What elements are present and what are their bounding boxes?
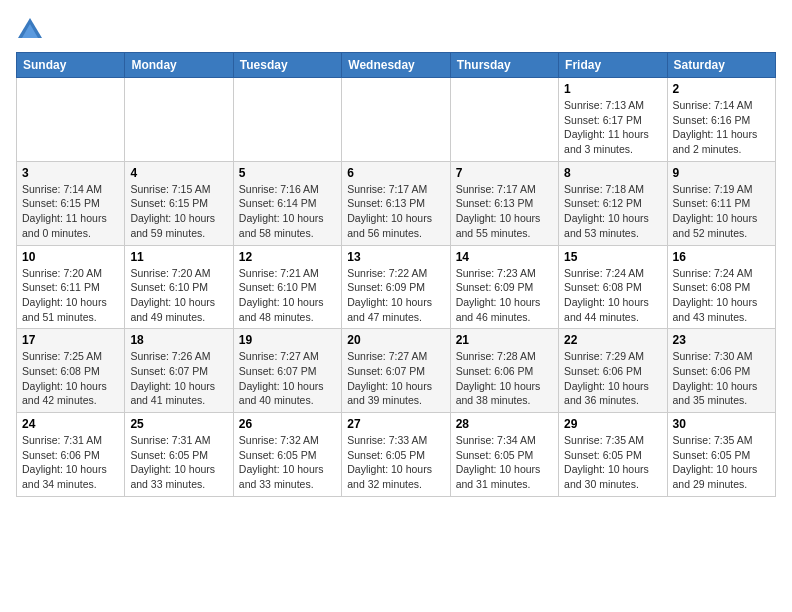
day-header-thursday: Thursday — [450, 53, 558, 78]
day-info: Sunrise: 7:31 AM Sunset: 6:06 PM Dayligh… — [22, 433, 119, 492]
day-number: 30 — [673, 417, 770, 431]
day-info: Sunrise: 7:22 AM Sunset: 6:09 PM Dayligh… — [347, 266, 444, 325]
day-info: Sunrise: 7:14 AM Sunset: 6:16 PM Dayligh… — [673, 98, 770, 157]
day-number: 2 — [673, 82, 770, 96]
calendar-table: SundayMondayTuesdayWednesdayThursdayFrid… — [16, 52, 776, 497]
day-number: 27 — [347, 417, 444, 431]
day-number: 18 — [130, 333, 227, 347]
day-number: 6 — [347, 166, 444, 180]
calendar-cell: 18Sunrise: 7:26 AM Sunset: 6:07 PM Dayli… — [125, 329, 233, 413]
day-info: Sunrise: 7:24 AM Sunset: 6:08 PM Dayligh… — [564, 266, 661, 325]
calendar-cell — [342, 78, 450, 162]
calendar-cell: 5Sunrise: 7:16 AM Sunset: 6:14 PM Daylig… — [233, 161, 341, 245]
day-number: 9 — [673, 166, 770, 180]
day-number: 16 — [673, 250, 770, 264]
day-number: 10 — [22, 250, 119, 264]
page-header — [16, 16, 776, 44]
calendar-cell: 11Sunrise: 7:20 AM Sunset: 6:10 PM Dayli… — [125, 245, 233, 329]
calendar-cell: 12Sunrise: 7:21 AM Sunset: 6:10 PM Dayli… — [233, 245, 341, 329]
day-info: Sunrise: 7:27 AM Sunset: 6:07 PM Dayligh… — [347, 349, 444, 408]
day-info: Sunrise: 7:19 AM Sunset: 6:11 PM Dayligh… — [673, 182, 770, 241]
calendar-cell: 2Sunrise: 7:14 AM Sunset: 6:16 PM Daylig… — [667, 78, 775, 162]
day-header-tuesday: Tuesday — [233, 53, 341, 78]
day-info: Sunrise: 7:25 AM Sunset: 6:08 PM Dayligh… — [22, 349, 119, 408]
day-info: Sunrise: 7:34 AM Sunset: 6:05 PM Dayligh… — [456, 433, 553, 492]
day-number: 3 — [22, 166, 119, 180]
day-number: 28 — [456, 417, 553, 431]
calendar-cell: 4Sunrise: 7:15 AM Sunset: 6:15 PM Daylig… — [125, 161, 233, 245]
day-header-saturday: Saturday — [667, 53, 775, 78]
day-number: 19 — [239, 333, 336, 347]
calendar-week-3: 10Sunrise: 7:20 AM Sunset: 6:11 PM Dayli… — [17, 245, 776, 329]
day-info: Sunrise: 7:15 AM Sunset: 6:15 PM Dayligh… — [130, 182, 227, 241]
day-number: 25 — [130, 417, 227, 431]
day-info: Sunrise: 7:30 AM Sunset: 6:06 PM Dayligh… — [673, 349, 770, 408]
day-info: Sunrise: 7:35 AM Sunset: 6:05 PM Dayligh… — [673, 433, 770, 492]
calendar-cell: 6Sunrise: 7:17 AM Sunset: 6:13 PM Daylig… — [342, 161, 450, 245]
day-number: 17 — [22, 333, 119, 347]
calendar-cell: 23Sunrise: 7:30 AM Sunset: 6:06 PM Dayli… — [667, 329, 775, 413]
calendar-cell: 26Sunrise: 7:32 AM Sunset: 6:05 PM Dayli… — [233, 413, 341, 497]
logo-icon — [16, 16, 44, 44]
calendar-week-5: 24Sunrise: 7:31 AM Sunset: 6:06 PM Dayli… — [17, 413, 776, 497]
calendar-cell: 8Sunrise: 7:18 AM Sunset: 6:12 PM Daylig… — [559, 161, 667, 245]
day-info: Sunrise: 7:20 AM Sunset: 6:10 PM Dayligh… — [130, 266, 227, 325]
day-header-sunday: Sunday — [17, 53, 125, 78]
day-info: Sunrise: 7:17 AM Sunset: 6:13 PM Dayligh… — [347, 182, 444, 241]
calendar-cell — [450, 78, 558, 162]
day-info: Sunrise: 7:24 AM Sunset: 6:08 PM Dayligh… — [673, 266, 770, 325]
day-info: Sunrise: 7:16 AM Sunset: 6:14 PM Dayligh… — [239, 182, 336, 241]
day-info: Sunrise: 7:14 AM Sunset: 6:15 PM Dayligh… — [22, 182, 119, 241]
day-info: Sunrise: 7:35 AM Sunset: 6:05 PM Dayligh… — [564, 433, 661, 492]
calendar-cell: 1Sunrise: 7:13 AM Sunset: 6:17 PM Daylig… — [559, 78, 667, 162]
calendar-cell: 28Sunrise: 7:34 AM Sunset: 6:05 PM Dayli… — [450, 413, 558, 497]
day-info: Sunrise: 7:20 AM Sunset: 6:11 PM Dayligh… — [22, 266, 119, 325]
day-info: Sunrise: 7:33 AM Sunset: 6:05 PM Dayligh… — [347, 433, 444, 492]
calendar-cell: 20Sunrise: 7:27 AM Sunset: 6:07 PM Dayli… — [342, 329, 450, 413]
calendar-cell: 27Sunrise: 7:33 AM Sunset: 6:05 PM Dayli… — [342, 413, 450, 497]
day-number: 5 — [239, 166, 336, 180]
day-info: Sunrise: 7:32 AM Sunset: 6:05 PM Dayligh… — [239, 433, 336, 492]
day-info: Sunrise: 7:31 AM Sunset: 6:05 PM Dayligh… — [130, 433, 227, 492]
day-number: 11 — [130, 250, 227, 264]
day-number: 1 — [564, 82, 661, 96]
day-info: Sunrise: 7:28 AM Sunset: 6:06 PM Dayligh… — [456, 349, 553, 408]
day-info: Sunrise: 7:29 AM Sunset: 6:06 PM Dayligh… — [564, 349, 661, 408]
day-info: Sunrise: 7:27 AM Sunset: 6:07 PM Dayligh… — [239, 349, 336, 408]
day-number: 22 — [564, 333, 661, 347]
day-number: 24 — [22, 417, 119, 431]
day-info: Sunrise: 7:26 AM Sunset: 6:07 PM Dayligh… — [130, 349, 227, 408]
calendar-body: 1Sunrise: 7:13 AM Sunset: 6:17 PM Daylig… — [17, 78, 776, 497]
calendar-cell — [17, 78, 125, 162]
calendar-cell: 3Sunrise: 7:14 AM Sunset: 6:15 PM Daylig… — [17, 161, 125, 245]
calendar-cell: 13Sunrise: 7:22 AM Sunset: 6:09 PM Dayli… — [342, 245, 450, 329]
calendar-cell: 24Sunrise: 7:31 AM Sunset: 6:06 PM Dayli… — [17, 413, 125, 497]
calendar-header: SundayMondayTuesdayWednesdayThursdayFrid… — [17, 53, 776, 78]
day-info: Sunrise: 7:18 AM Sunset: 6:12 PM Dayligh… — [564, 182, 661, 241]
calendar-cell — [233, 78, 341, 162]
calendar-cell: 16Sunrise: 7:24 AM Sunset: 6:08 PM Dayli… — [667, 245, 775, 329]
day-header-friday: Friday — [559, 53, 667, 78]
day-number: 4 — [130, 166, 227, 180]
day-number: 14 — [456, 250, 553, 264]
day-number: 29 — [564, 417, 661, 431]
calendar-week-2: 3Sunrise: 7:14 AM Sunset: 6:15 PM Daylig… — [17, 161, 776, 245]
logo — [16, 16, 48, 44]
calendar-cell: 17Sunrise: 7:25 AM Sunset: 6:08 PM Dayli… — [17, 329, 125, 413]
day-number: 8 — [564, 166, 661, 180]
calendar-cell: 14Sunrise: 7:23 AM Sunset: 6:09 PM Dayli… — [450, 245, 558, 329]
day-number: 21 — [456, 333, 553, 347]
day-header-monday: Monday — [125, 53, 233, 78]
calendar-cell: 15Sunrise: 7:24 AM Sunset: 6:08 PM Dayli… — [559, 245, 667, 329]
calendar-cell — [125, 78, 233, 162]
day-number: 7 — [456, 166, 553, 180]
day-number: 15 — [564, 250, 661, 264]
calendar-cell: 22Sunrise: 7:29 AM Sunset: 6:06 PM Dayli… — [559, 329, 667, 413]
day-info: Sunrise: 7:17 AM Sunset: 6:13 PM Dayligh… — [456, 182, 553, 241]
calendar-cell: 30Sunrise: 7:35 AM Sunset: 6:05 PM Dayli… — [667, 413, 775, 497]
day-info: Sunrise: 7:23 AM Sunset: 6:09 PM Dayligh… — [456, 266, 553, 325]
calendar-cell: 7Sunrise: 7:17 AM Sunset: 6:13 PM Daylig… — [450, 161, 558, 245]
day-info: Sunrise: 7:21 AM Sunset: 6:10 PM Dayligh… — [239, 266, 336, 325]
day-number: 13 — [347, 250, 444, 264]
day-header-wednesday: Wednesday — [342, 53, 450, 78]
